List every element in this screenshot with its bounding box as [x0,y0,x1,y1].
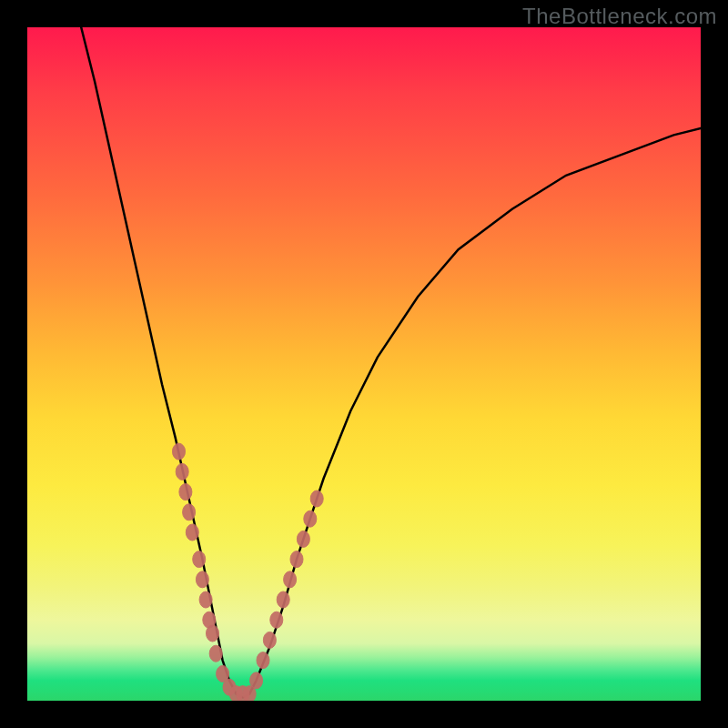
marker-dot [304,511,317,527]
bottleneck-curve [81,27,701,697]
marker-dot [186,524,198,541]
plot-area [27,27,701,701]
chart-frame: TheBottleneck.com [0,0,728,728]
marker-dot [277,592,289,608]
marker-dot [173,443,186,460]
marker-dot [196,571,208,588]
marker-dots [173,443,324,701]
marker-dot [310,490,323,507]
marker-dot [176,463,188,480]
marker-dot [257,652,269,669]
marker-dot [179,484,192,500]
marker-dot [263,632,276,648]
marker-dot [284,571,297,588]
watermark-text: TheBottleneck.com [522,4,717,29]
marker-dot [297,531,309,547]
marker-dot [270,612,283,628]
marker-dot [209,645,222,662]
curve-layer [27,27,701,701]
marker-dot [250,672,263,689]
marker-dot [199,592,212,608]
marker-dot [207,625,219,642]
marker-dot [193,551,206,568]
marker-dot [183,504,196,521]
marker-dot [290,551,303,568]
